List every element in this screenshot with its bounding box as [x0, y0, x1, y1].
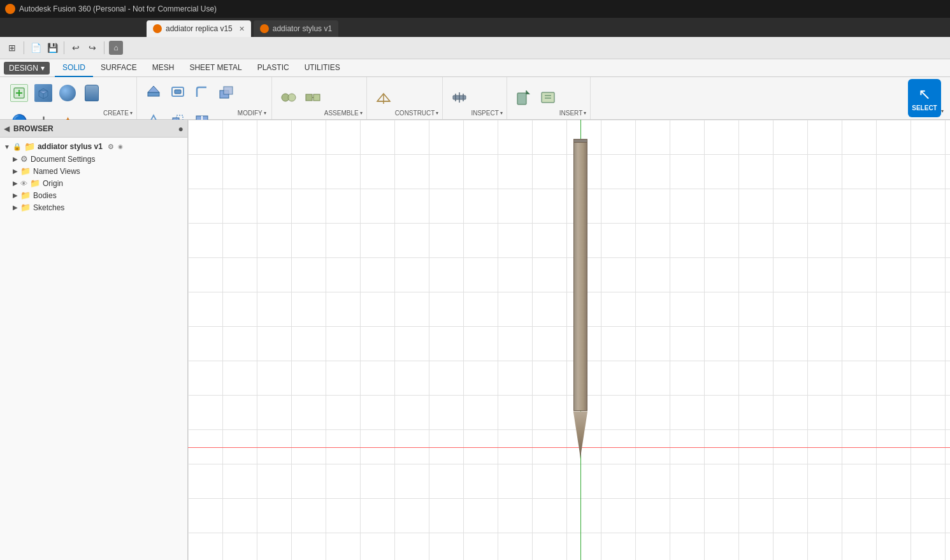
tab-utilities[interactable]: UTILITIES	[297, 59, 348, 77]
cylinder-button[interactable]	[80, 80, 103, 106]
construct-dropdown-arrow[interactable]: ▾	[436, 110, 438, 116]
insert-label: INSERT	[559, 110, 583, 117]
tab-main[interactable]: addiator replica v15 ✕	[147, 20, 251, 37]
tab-surface[interactable]: SURFACE	[93, 59, 145, 77]
design-label: DESIGN	[9, 64, 38, 73]
viewport[interactable]	[188, 120, 950, 560]
select-dropdown-arrow[interactable]: ▾	[941, 108, 944, 114]
named-views-folder-icon: 📁	[20, 166, 31, 176]
svg-rect-30	[517, 93, 526, 104]
tab-plastic[interactable]: PLASTIC	[250, 59, 297, 77]
tab-mesh[interactable]: MESH	[145, 59, 182, 77]
modify-btn1[interactable]	[142, 80, 165, 106]
design-dropdown-arrow: ▾	[41, 64, 45, 73]
inspect-label: INSPECT	[471, 110, 498, 117]
insert-dropdown-arrow[interactable]: ▾	[584, 110, 586, 116]
doc-settings-expand[interactable]: ▶	[13, 155, 18, 162]
insert-btn2[interactable]	[536, 85, 559, 111]
toolbar-top: ⊞ 📄 💾 ↩ ↪ ⌂	[0, 37, 950, 59]
tab-sheetmetal[interactable]: SHEET METAL	[182, 59, 249, 77]
select-cursor-icon: ↖	[918, 85, 931, 103]
select-label: SELECT	[912, 104, 937, 111]
toolbar-actions: 🔵 ✛ ✦ CREATE ▾	[0, 77, 950, 119]
joint-icon	[279, 88, 298, 109]
browser-item-sketches[interactable]: ▶ 📁 Sketches	[0, 201, 187, 213]
toolbar: ⊞ 📄 💾 ↩ ↪ ⌂ DESIGN ▾ SOLID SURFACE MESH …	[0, 37, 950, 120]
construct-label: CONSTRUCT	[395, 110, 435, 117]
create-group: 🔵 ✛ ✦ CREATE ▾	[4, 77, 137, 119]
file-icon[interactable]: 📄	[29, 41, 43, 55]
browser-collapse-btn[interactable]: ●	[178, 124, 184, 134]
sketches-expand[interactable]: ▶	[13, 204, 18, 211]
combine-icon	[218, 84, 234, 103]
named-views-name: Named Views	[33, 167, 80, 176]
home-icon[interactable]: ⌂	[109, 41, 123, 55]
origin-expand[interactable]: ▶	[13, 180, 18, 187]
tab-right[interactable]: addiator stylus v1	[254, 20, 338, 37]
grid-icon[interactable]: ⊞	[5, 41, 19, 55]
sep1	[24, 41, 24, 54]
sphere-icon	[59, 85, 76, 101]
tab-main-label: addiator replica v15	[166, 24, 233, 33]
browser-root-item[interactable]: ▼ 🔒 📁 addiator stylus v1 ⚙ ◉	[0, 140, 187, 153]
inspect-group: INSPECT ▾	[444, 77, 507, 119]
bodies-expand[interactable]: ▶	[13, 192, 18, 199]
insert-btn1[interactable]	[512, 85, 535, 111]
assemble-dropdown-arrow[interactable]: ▾	[360, 110, 363, 116]
tab-right-label: addiator stylus v1	[273, 24, 332, 33]
tab-main-close[interactable]: ✕	[239, 25, 245, 33]
app-icon	[5, 4, 15, 14]
named-views-expand[interactable]: ▶	[13, 168, 18, 175]
browser-nav-arrow[interactable]: ◀	[4, 124, 10, 133]
inspect-btn1[interactable]	[448, 85, 471, 111]
sphere-button[interactable]	[56, 80, 79, 106]
root-settings-icon[interactable]: ⚙	[108, 143, 114, 151]
bodies-folder-icon: 📁	[20, 190, 31, 200]
browser-item-origin[interactable]: ▶ 👁 📁 Origin	[0, 177, 187, 189]
origin-name: Origin	[43, 179, 63, 188]
select-button[interactable]: ↖ SELECT	[908, 79, 941, 117]
insert-canvas-icon	[538, 88, 558, 109]
svg-marker-31	[526, 90, 530, 94]
create-dropdown-arrow[interactable]: ▾	[130, 110, 133, 116]
rigid-group-icon	[303, 88, 322, 109]
tab-main-icon	[153, 24, 162, 33]
save-icon[interactable]: 💾	[45, 41, 59, 55]
toolbar-nav: DESIGN ▾ SOLID SURFACE MESH SHEET METAL …	[0, 59, 950, 77]
browser-item-bodies[interactable]: ▶ 📁 Bodies	[0, 189, 187, 201]
browser-header: ◀ BROWSER ●	[0, 120, 187, 138]
construct-btn1[interactable]	[372, 85, 395, 111]
create-label: CREATE	[103, 110, 129, 117]
root-expand-arrow[interactable]: ▼	[4, 143, 10, 150]
design-button[interactable]: DESIGN ▾	[4, 62, 50, 75]
browser-item-doc-settings[interactable]: ▶ ⚙ Document Settings	[0, 153, 187, 165]
assemble-btn2[interactable]	[301, 85, 324, 111]
assemble-label: ASSEMBLE	[324, 110, 359, 117]
modify-btn2[interactable]	[166, 80, 189, 106]
undo-icon[interactable]: ↩	[69, 41, 83, 55]
bodies-name: Bodies	[33, 191, 57, 200]
new-component-icon	[10, 84, 28, 102]
assemble-btn1[interactable]	[277, 85, 300, 111]
inspect-dropdown-arrow[interactable]: ▾	[500, 110, 503, 116]
origin-eye-icon: 👁	[20, 180, 27, 187]
browser-item-named-views[interactable]: ▶ 📁 Named Views	[0, 165, 187, 177]
create-label-row: CREATE ▾	[103, 110, 133, 117]
redo-icon[interactable]: ↪	[85, 41, 99, 55]
modify-btn4[interactable]	[215, 80, 238, 106]
box-button[interactable]	[32, 80, 55, 106]
tab-bar: addiator replica v15 ✕ addiator stylus v…	[0, 18, 950, 37]
modify-btn3[interactable]	[191, 80, 213, 106]
main-area: ◀ BROWSER ● ▼ 🔒 📁 addiator stylus v1 ⚙ ◉…	[0, 120, 950, 560]
root-lock-icon: 🔒	[13, 143, 22, 151]
tab-solid[interactable]: SOLID	[55, 59, 93, 77]
svg-point-19	[288, 94, 296, 101]
new-component-button[interactable]	[8, 80, 31, 106]
sep3	[104, 41, 104, 54]
root-broadcast-icon: ◉	[118, 143, 123, 150]
doc-settings-gear-icon: ⚙	[20, 154, 28, 164]
measure-icon	[449, 87, 470, 110]
svg-rect-20	[306, 94, 312, 101]
tab-right-icon	[260, 24, 269, 33]
modify-dropdown-arrow[interactable]: ▾	[264, 110, 266, 116]
